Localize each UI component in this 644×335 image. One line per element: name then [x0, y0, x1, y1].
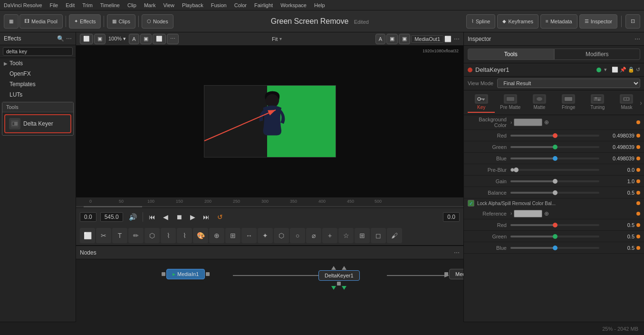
- viewer-fit-dropdown[interactable]: 100% ▾: [106, 36, 128, 42]
- viewer-btn-3[interactable]: A: [129, 34, 139, 44]
- viewer-media-out-icon[interactable]: ⬜: [444, 36, 451, 42]
- channel-tab-matte[interactable]: Matte: [526, 92, 553, 113]
- fusion-icon-4[interactable]: ✏: [128, 228, 144, 243]
- refresh-icon[interactable]: ↺: [636, 67, 640, 73]
- skip-start-btn[interactable]: ⏮: [147, 212, 157, 222]
- gain-keyframe-dot[interactable]: [636, 179, 640, 183]
- bg-eyedropper-btn[interactable]: ⊕: [544, 119, 549, 126]
- inspector-more-btn[interactable]: ⋯: [634, 36, 640, 42]
- menu-help[interactable]: Help: [314, 2, 325, 8]
- play-btn[interactable]: ▶: [188, 212, 197, 222]
- metadata-btn[interactable]: ≡ Metadata: [540, 14, 577, 29]
- ref-blue-keyframe-dot[interactable]: [636, 246, 640, 250]
- ref-green-slider-thumb[interactable]: [553, 234, 557, 239]
- viewer-media-out-label[interactable]: MediaOut1: [411, 35, 443, 43]
- viewer-btn-a2[interactable]: A: [375, 34, 385, 44]
- spline-btn[interactable]: ⌇ Spline: [466, 14, 496, 29]
- node-status-arrow[interactable]: ▾: [604, 67, 607, 73]
- menu-trim[interactable]: Trim: [82, 2, 93, 8]
- node-mediain1-box[interactable]: ▶ MediaIn1: [166, 269, 205, 279]
- fusion-icon-14[interactable]: ○: [290, 228, 305, 243]
- ref-keyframe-dot[interactable]: [636, 212, 640, 216]
- red-slider[interactable]: [510, 135, 599, 137]
- fusion-icon-10[interactable]: ⊞: [225, 228, 240, 243]
- menu-mark[interactable]: Mark: [144, 2, 155, 8]
- viewer-btn-r2[interactable]: ▣: [386, 34, 398, 44]
- fusion-icon-2[interactable]: ✂: [96, 228, 111, 243]
- inspector-btn[interactable]: ☰ Inspector: [579, 14, 617, 29]
- ref-blue-slider[interactable]: [510, 247, 599, 249]
- viewer-btn-more[interactable]: ⋯: [167, 34, 179, 44]
- viewer-btn-1[interactable]: ⬜: [80, 34, 93, 44]
- nodes-canvas[interactable]: ▶ MediaIn1: [76, 259, 463, 322]
- fusion-icon-3[interactable]: T: [112, 228, 127, 243]
- viewer-btn-4[interactable]: ▣: [140, 34, 152, 44]
- menu-clip[interactable]: Clip: [127, 2, 136, 8]
- viewer-btn-2[interactable]: ▣: [94, 34, 106, 44]
- node-mediaout1-box[interactable]: MediaOut1: [449, 269, 463, 279]
- fusion-icon-16[interactable]: +: [322, 228, 337, 243]
- prop-bg-expand-arrow[interactable]: ›: [510, 120, 512, 125]
- inspector-tab-modifiers[interactable]: Modifiers: [554, 49, 641, 60]
- fusion-icon-7[interactable]: ⌇: [177, 228, 192, 243]
- node-mediain1[interactable]: ▶ MediaIn1: [162, 269, 210, 279]
- preblur-slider-thumb[interactable]: [514, 168, 519, 172]
- blue-slider-thumb[interactable]: [553, 156, 557, 161]
- fusion-icon-5[interactable]: ⬡: [144, 228, 160, 243]
- menu-view[interactable]: View: [163, 2, 174, 8]
- fusion-icon-8[interactable]: 🎨: [193, 228, 208, 243]
- menu-color[interactable]: Color: [234, 2, 247, 8]
- tree-item-tools[interactable]: ▶ Tools: [0, 58, 76, 69]
- viewer-btn-5[interactable]: ⬜: [153, 34, 166, 44]
- fusion-icon-12[interactable]: ✦: [258, 228, 273, 243]
- panel-layout-btn[interactable]: ⊡: [625, 14, 640, 29]
- fusion-icon-18[interactable]: ⊞: [355, 228, 370, 243]
- balance-slider[interactable]: [510, 192, 599, 194]
- preblur-keyframe-dot[interactable]: [636, 168, 640, 172]
- fusion-icon-11[interactable]: ↔: [241, 228, 257, 243]
- nodes-btn[interactable]: ⬡ Nodes: [142, 14, 173, 29]
- fusion-icon-17[interactable]: ☆: [338, 228, 354, 243]
- gain-slider-thumb[interactable]: [553, 179, 557, 184]
- copy-icon[interactable]: ⬜: [612, 67, 618, 73]
- menu-timeline[interactable]: Timeline: [100, 2, 120, 8]
- skip-end-btn[interactable]: ⏭: [201, 212, 211, 222]
- menu-fusion[interactable]: Fusion: [211, 2, 227, 8]
- menu-workspace[interactable]: Workspace: [280, 2, 307, 8]
- ref-eyedropper-btn[interactable]: ⊕: [544, 210, 549, 217]
- gain-slider[interactable]: [510, 180, 599, 182]
- stop-btn[interactable]: ⏹: [174, 212, 184, 222]
- menu-file[interactable]: File: [50, 2, 58, 8]
- lock-icon[interactable]: 🔒: [628, 67, 634, 73]
- tree-item-openfx[interactable]: OpenFX: [0, 69, 76, 79]
- nodes-more-btn[interactable]: ⋯: [454, 249, 460, 256]
- viewer-fit-label[interactable]: Fit: [272, 36, 278, 42]
- viewer-more-btn[interactable]: ⋯: [454, 36, 460, 42]
- time-display-duration[interactable]: 545.0: [100, 212, 123, 222]
- balance-slider-thumb[interactable]: [553, 190, 557, 195]
- green-keyframe-dot[interactable]: [636, 145, 640, 149]
- ref-green-slider[interactable]: [510, 236, 599, 237]
- effects-search-input[interactable]: [3, 47, 73, 56]
- fusion-icon-1[interactable]: ⬜: [80, 228, 95, 243]
- pin-icon[interactable]: 📌: [620, 67, 626, 73]
- fusion-icon-20[interactable]: 🖌: [387, 228, 402, 243]
- workspace-switcher-btn[interactable]: ▦: [4, 14, 19, 29]
- audio-btn[interactable]: 🔊: [127, 212, 139, 222]
- node-deltakeyer1-box[interactable]: DeltaKeyer1: [318, 270, 360, 281]
- channel-tab-fringe[interactable]: Fringe: [555, 92, 582, 113]
- red-keyframe-dot[interactable]: [636, 134, 640, 138]
- keyframes-btn[interactable]: ◆ Keyframes: [497, 14, 538, 29]
- bg-color-swatch[interactable]: [514, 118, 542, 126]
- ref-color-swatch[interactable]: [514, 210, 542, 217]
- green-slider-thumb[interactable]: [553, 145, 557, 149]
- time-display-left[interactable]: 0.0: [80, 212, 96, 222]
- channel-tab-key[interactable]: Key: [468, 92, 495, 113]
- lock-alpha-keyframe-dot[interactable]: [636, 201, 640, 205]
- prop-ref-expand-arrow[interactable]: ›: [510, 211, 512, 216]
- ref-red-keyframe-dot[interactable]: [636, 223, 640, 227]
- channel-tab-expand-btn[interactable]: ›: [640, 99, 642, 107]
- menu-playback[interactable]: Playback: [182, 2, 203, 8]
- blue-keyframe-dot[interactable]: [636, 157, 640, 160]
- fusion-icon-6[interactable]: ⌇: [161, 228, 176, 243]
